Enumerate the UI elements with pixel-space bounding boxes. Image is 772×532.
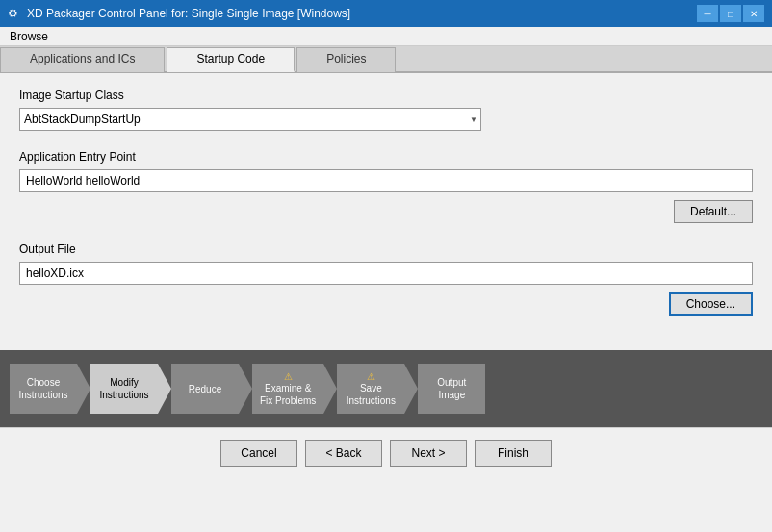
app-icon: ⚙ xyxy=(8,7,21,20)
step-label-choose-instructions: ChooseInstructions xyxy=(18,376,67,401)
step-box-save-instructions[interactable]: ⚠ SaveInstructions xyxy=(337,364,404,414)
step-label-reduce: Reduce xyxy=(189,383,221,395)
output-file-input[interactable] xyxy=(19,262,753,285)
window-title: XD Packager Control Panel for: Single Si… xyxy=(27,7,350,20)
step-box-choose-instructions[interactable]: ChooseInstructions xyxy=(10,364,77,414)
step-arrow-4 xyxy=(323,364,337,414)
next-button[interactable]: Next > xyxy=(390,440,467,467)
step-label-save-instructions: SaveInstructions xyxy=(347,382,396,407)
workflow-step-reduce: Reduce xyxy=(171,364,252,414)
tab-policies[interactable]: Policies xyxy=(296,47,396,72)
step-label-modify-instructions: ModifyInstructions xyxy=(99,376,148,401)
browse-menu[interactable]: Browse xyxy=(4,28,54,45)
maximize-button[interactable]: □ xyxy=(720,5,741,22)
minimize-button[interactable]: ─ xyxy=(697,5,718,22)
tab-startup-code[interactable]: Startup Code xyxy=(167,47,295,72)
close-button[interactable]: ✕ xyxy=(743,5,764,22)
application-entry-point-label: Application Entry Point xyxy=(19,150,753,164)
workflow-step-output-image: OutputImage xyxy=(418,364,485,414)
workflow-bar: ChooseInstructions ModifyInstructions Re… xyxy=(0,350,772,427)
application-entry-point-input[interactable] xyxy=(19,169,753,192)
image-startup-class-label: Image Startup Class xyxy=(19,89,753,102)
step-label-examine-fix: Examine &Fix Problems xyxy=(260,382,316,407)
choose-button[interactable]: Choose... xyxy=(669,292,753,316)
step-box-modify-instructions[interactable]: ModifyInstructions xyxy=(90,364,158,414)
step-box-examine-fix[interactable]: ⚠ Examine &Fix Problems xyxy=(252,364,323,414)
application-entry-point-group: Application Entry Point Default... xyxy=(19,150,753,223)
image-startup-class-select[interactable]: AbtStackDumpStartUp xyxy=(19,108,481,131)
cancel-button[interactable]: Cancel xyxy=(220,440,297,467)
image-startup-class-select-wrapper: AbtStackDumpStartUp xyxy=(19,108,481,131)
startup-code-panel: Image Startup Class AbtStackDumpStartUp … xyxy=(0,73,772,350)
button-bar: Cancel < Back Next > Finish xyxy=(0,427,772,477)
step-arrow-5 xyxy=(404,364,418,414)
menubar: Browse xyxy=(0,27,772,46)
step-box-reduce[interactable]: Reduce xyxy=(171,364,239,414)
titlebar: ⚙ XD Packager Control Panel for: Single … xyxy=(0,0,772,27)
default-button[interactable]: Default... xyxy=(674,200,753,223)
image-startup-class-group: Image Startup Class AbtStackDumpStartUp xyxy=(19,89,753,131)
back-button[interactable]: < Back xyxy=(305,440,382,467)
step-arrow-3 xyxy=(239,364,252,414)
step-arrow-1 xyxy=(77,364,90,414)
workflow-step-choose-instructions: ChooseInstructions xyxy=(10,364,90,414)
output-file-label: Output File xyxy=(19,242,753,256)
finish-button[interactable]: Finish xyxy=(475,440,552,467)
output-file-group: Output File Choose... xyxy=(19,242,753,316)
workflow-step-examine-fix: ⚠ Examine &Fix Problems xyxy=(252,364,337,414)
workflow-step-save-instructions: ⚠ SaveInstructions xyxy=(337,364,418,414)
tab-applications-ics[interactable]: Applications and ICs xyxy=(0,47,165,72)
workflow-step-modify-instructions: ModifyInstructions xyxy=(90,364,171,414)
step-label-output-image: OutputImage xyxy=(437,376,466,401)
tab-bar: Applications and ICs Startup Code Polici… xyxy=(0,46,772,73)
step-arrow-2 xyxy=(158,364,171,414)
step-box-output-image[interactable]: OutputImage xyxy=(418,364,485,414)
